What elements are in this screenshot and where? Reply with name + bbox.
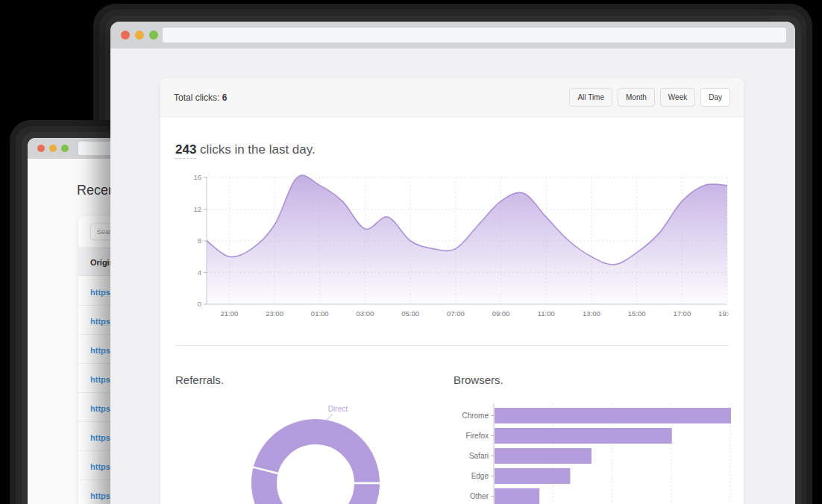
svg-text:23:00: 23:00 xyxy=(266,309,283,318)
svg-text:8: 8 xyxy=(198,236,201,245)
svg-text:Direct: Direct xyxy=(328,405,348,413)
bar-chart: ChromeFirefoxSafariEdgeOther xyxy=(448,399,738,504)
analytics-card-header: Total clicks: 6 All Time Month Week Day xyxy=(160,78,744,117)
area-chart: 21:0023:0001:0003:0005:0007:0009:0011:00… xyxy=(175,172,729,321)
svg-text:12: 12 xyxy=(193,205,201,213)
svg-text:13:00: 13:00 xyxy=(583,309,600,318)
svg-text:07:00: 07:00 xyxy=(447,309,465,318)
maximize-button[interactable] xyxy=(149,31,158,40)
origin-link[interactable]: https: xyxy=(90,375,113,384)
origin-link[interactable]: https: xyxy=(90,317,113,326)
svg-text:16: 16 xyxy=(193,173,201,181)
browsers-title: Browsers. xyxy=(454,374,503,386)
origin-link[interactable]: https: xyxy=(90,404,113,413)
origin-link[interactable]: https: xyxy=(90,462,113,471)
total-clicks-label: Total clicks: 6 xyxy=(174,92,227,103)
clicks-headline: 243 clicks in the last day. xyxy=(175,142,316,157)
svg-text:0: 0 xyxy=(198,300,201,308)
svg-text:11:00: 11:00 xyxy=(538,309,555,318)
origin-link[interactable]: https: xyxy=(90,346,113,355)
donut-chart: Direct xyxy=(175,395,440,504)
svg-text:Edge: Edge xyxy=(471,472,489,480)
filter-day-button[interactable]: Day xyxy=(700,88,730,107)
minimize-button[interactable] xyxy=(49,145,57,152)
close-button[interactable] xyxy=(37,145,45,152)
minimize-button[interactable] xyxy=(135,31,144,40)
svg-text:17:00: 17:00 xyxy=(673,309,691,318)
analytics-card: Total clicks: 6 All Time Month Week Day … xyxy=(160,78,744,504)
maximize-button[interactable] xyxy=(61,145,69,152)
svg-text:03:00: 03:00 xyxy=(357,309,374,318)
svg-text:15:00: 15:00 xyxy=(628,309,646,318)
filter-month-button[interactable]: Month xyxy=(618,88,655,107)
url-bar[interactable] xyxy=(163,28,786,42)
time-filter-group: All Time Month Week Day xyxy=(569,88,730,107)
front-titlebar xyxy=(110,22,795,48)
svg-text:Safari: Safari xyxy=(469,452,489,460)
clicks-count: 243 xyxy=(175,142,196,159)
filter-week-button[interactable]: Week xyxy=(660,88,695,107)
section-divider xyxy=(175,345,729,346)
origin-link[interactable]: https: xyxy=(90,433,113,442)
total-clicks-value: 6 xyxy=(222,92,228,103)
front-browser-window: Total clicks: 6 All Time Month Week Day … xyxy=(110,22,795,504)
svg-text:21:00: 21:00 xyxy=(220,309,238,318)
filter-all-time-button[interactable]: All Time xyxy=(569,88,612,107)
origin-link[interactable]: https: xyxy=(90,491,113,500)
svg-text:05:00: 05:00 xyxy=(401,309,419,318)
svg-text:Other: Other xyxy=(470,492,489,500)
svg-text:Firefox: Firefox xyxy=(465,432,489,440)
svg-text:4: 4 xyxy=(198,268,201,277)
referrals-title: Referrals. xyxy=(175,374,224,386)
origin-link[interactable]: https: xyxy=(90,288,113,297)
svg-text:09:00: 09:00 xyxy=(492,309,510,318)
svg-text:01:00: 01:00 xyxy=(311,309,329,318)
close-button[interactable] xyxy=(121,31,130,40)
svg-text:Chrome: Chrome xyxy=(462,412,489,420)
svg-text:19:00: 19:00 xyxy=(718,309,729,318)
desktop-background: Recen Origin https:https:https:https:htt… xyxy=(0,0,822,504)
